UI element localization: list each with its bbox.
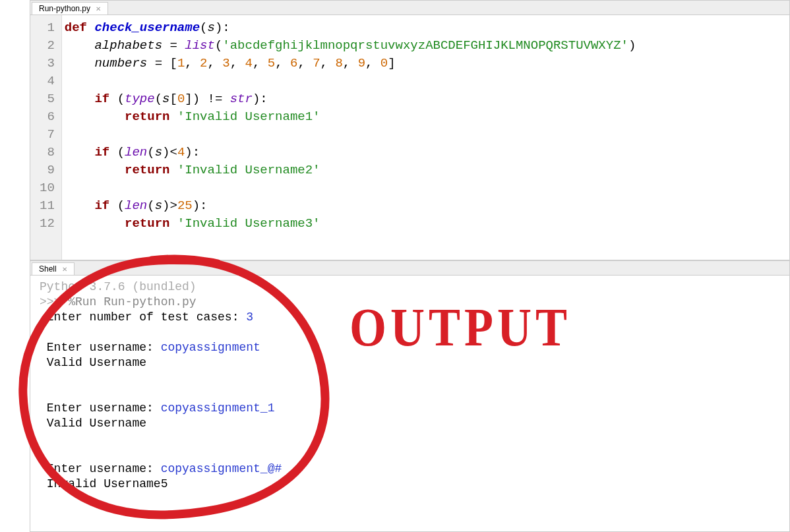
shell-banner: Python 3.7.6 (bundled): [40, 280, 780, 295]
gutter-line: 4: [40, 73, 55, 90]
code-line[interactable]: [65, 126, 636, 144]
shell-line: Enter username: copyassignment: [40, 340, 780, 355]
code-line[interactable]: if (len(s)>25):: [65, 197, 636, 215]
shell-line: Invalid Username5: [40, 477, 780, 492]
shell-line: Valid Username: [40, 355, 780, 370]
shell-tab-bar: Shell ✕: [30, 261, 789, 276]
editor-tab-label: Run-python.py: [39, 4, 90, 13]
code-line[interactable]: return 'Invalid Username2': [65, 162, 636, 179]
editor-tab[interactable]: Run-python.py ✕: [32, 2, 108, 15]
code-line[interactable]: return 'Invalid Username1': [65, 108, 636, 126]
shell-body[interactable]: Python 3.7.6 (bundled)>>> %Run Run-pytho…: [30, 276, 789, 496]
code-line[interactable]: if (len(s)<4):: [65, 144, 636, 162]
shell-line: [40, 431, 780, 446]
editor-panel: Run-python.py ✕ 123456789101112 def chec…: [30, 0, 790, 260]
shell-prompt-line: >>> %Run Run-python.py: [40, 295, 780, 310]
shell-line: Enter username: copyassignment_1: [40, 401, 780, 416]
gutter-line: 11: [40, 197, 55, 215]
gutter-line: 9: [40, 162, 55, 179]
shell-line: Enter username: copyassignment_@#: [40, 461, 780, 477]
code-line[interactable]: alphabets = list('abcdefghijklmnopqrstuv…: [65, 37, 636, 55]
code-line[interactable]: if (type(s[0]) != str):: [65, 90, 636, 108]
editor-tab-bar: Run-python.py ✕: [30, 1, 789, 15]
shell-line: [40, 325, 780, 340]
code-line[interactable]: return 'Invalid Username3': [65, 215, 636, 233]
shell-line: [40, 446, 780, 461]
code-line[interactable]: [65, 73, 636, 90]
gutter-line: 2: [40, 37, 55, 55]
shell-line: Valid Username: [40, 416, 780, 431]
close-icon[interactable]: ✕: [62, 266, 67, 273]
shell-tab[interactable]: Shell ✕: [32, 262, 75, 275]
code-line[interactable]: [65, 179, 636, 197]
gutter-line: 3: [40, 55, 55, 73]
shell-line: [40, 370, 780, 386]
shell-panel: Shell ✕ Python 3.7.6 (bundled)>>> %Run R…: [30, 260, 790, 532]
gutter-line: 12: [40, 215, 55, 233]
code-area[interactable]: def check_username(s): alphabets = list(…: [62, 15, 639, 260]
editor-body[interactable]: 123456789101112 def check_username(s): a…: [30, 15, 789, 260]
gutter-line: 5: [40, 90, 55, 108]
shell-line: Enter number of test cases: 3: [40, 310, 780, 325]
code-line[interactable]: def check_username(s):: [65, 19, 636, 37]
gutter-line: 6: [40, 108, 55, 126]
code-line[interactable]: numbers = [1, 2, 3, 4, 5, 6, 7, 8, 9, 0]: [65, 55, 636, 73]
gutter-line: 1: [40, 19, 55, 37]
shell-tab-label: Shell: [39, 264, 57, 274]
gutter-line: 7: [40, 126, 55, 144]
close-icon[interactable]: ✕: [96, 5, 101, 13]
gutter-line: 10: [40, 179, 55, 197]
shell-line: [40, 386, 780, 401]
gutter: 123456789101112: [30, 15, 62, 260]
gutter-line: 8: [40, 144, 55, 162]
